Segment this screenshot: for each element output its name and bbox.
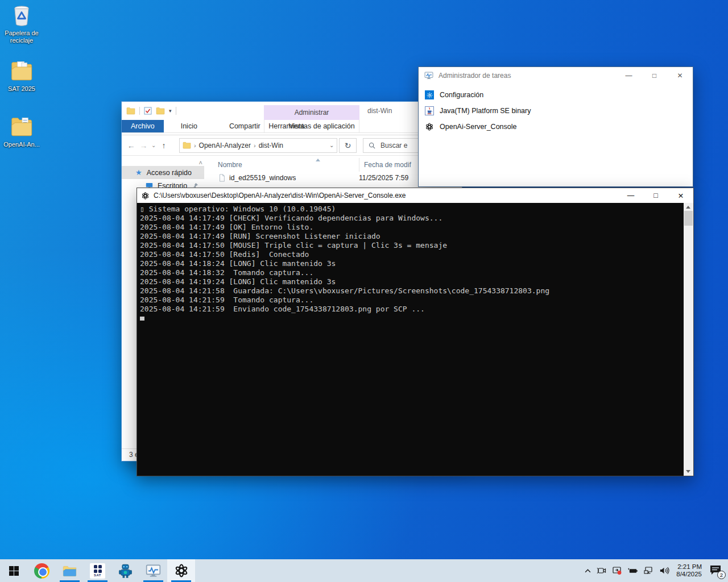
new-folder-icon[interactable] <box>156 106 165 115</box>
tab-archivo[interactable]: Archivo <box>122 120 164 132</box>
screen-recording-tray-icon[interactable] <box>612 566 622 576</box>
console-line: 2025-08-04 14:21:59 Enviando code_175433… <box>140 305 684 314</box>
tab-inicio[interactable]: Inicio <box>172 120 206 132</box>
console-line: 2025-08-04 14:17:49 [CHECK] Verificando … <box>140 214 684 223</box>
breadcrumb-openai-analyzer[interactable]: OpenAI-Analyzer <box>199 142 251 149</box>
desktop-icon-sat-2025[interactable]: SAT 2025 <box>0 58 43 93</box>
up-button[interactable]: ↑ <box>158 141 170 150</box>
scroll-down-icon[interactable] <box>686 470 690 473</box>
quick-access-star-icon: ★ <box>135 168 142 177</box>
task-name: Configuración <box>440 91 483 99</box>
desktop-icon-label: Papelera de reciclaje <box>0 30 43 44</box>
desktop-icon-label: SAT 2025 <box>0 85 43 93</box>
console-output: ▯ Sistema operativo: Windows 10 (10.0.19… <box>137 203 684 476</box>
task-row-openai-server-console[interactable]: OpenAi-Server_Console <box>419 119 693 135</box>
sidebar-item-acceso-rapido[interactable]: ★ Acceso rápido <box>122 166 204 179</box>
address-dropdown-icon[interactable]: ⌄ <box>329 142 334 148</box>
console-scrollbar[interactable] <box>684 203 693 476</box>
sort-ascending-icon <box>316 159 320 161</box>
file-modified-date: 11/25/2025 7:59 <box>359 174 408 182</box>
console-titlebar[interactable]: C:\Users\vboxuser\Desktop\OpenAI-Analyze… <box>137 188 693 203</box>
column-header-fecha[interactable]: Fecha de modif <box>359 158 411 172</box>
console-line: 2025-08-04 14:21:59 Tomando captura... <box>140 296 684 305</box>
desktop-icon-recycle-bin[interactable]: Papelera de reciclaje <box>0 2 43 44</box>
breadcrumb-dist-win[interactable]: dist-Win <box>259 142 283 149</box>
explorer-window-title: dist-Win <box>367 107 392 115</box>
refresh-button[interactable]: ↻ <box>339 138 357 153</box>
taskbar-sat-button[interactable]: SAT <box>84 559 111 582</box>
breadcrumb-separator-icon: › <box>254 142 256 149</box>
folder-icon <box>126 106 135 115</box>
task-manager-icon <box>424 71 433 80</box>
console-line: 2025-08-04 14:18:32 Tomando captura... <box>140 268 684 277</box>
tab-herramientas-de-aplicacion[interactable]: Herramientas de aplicación <box>264 120 359 132</box>
back-button[interactable]: ← <box>125 141 138 150</box>
maximize-button[interactable]: □ <box>643 188 668 203</box>
clock-time: 2:21 PM <box>676 563 702 571</box>
taskbar-clock[interactable]: 2:21 PM 8/4/2025 <box>676 563 702 578</box>
notification-count-badge: 2 <box>717 571 726 579</box>
notification-center-button[interactable]: 2 <box>709 563 723 578</box>
task-manager-window: Administrador de tareas — □ ✕ Configurac… <box>418 66 693 187</box>
start-button[interactable] <box>0 559 28 582</box>
taskbar-task-manager-button[interactable] <box>139 559 167 582</box>
recycle-bin-icon <box>9 2 35 28</box>
task-row-java[interactable]: Java(TM) Platform SE binary <box>419 103 693 119</box>
desktop-icon-label: OpenAI-An... <box>0 141 43 148</box>
taskbar-openai-console-button[interactable] <box>167 559 195 582</box>
java-icon <box>425 106 434 115</box>
console-line: 2025-08-04 14:17:50 [MOUSE] Triple clic … <box>140 241 684 250</box>
chrome-icon <box>34 563 49 579</box>
robot-icon <box>118 563 133 579</box>
task-name: OpenAi-Server_Console <box>440 123 517 131</box>
search-icon <box>369 142 375 149</box>
console-line: 2025-08-04 14:17:49 [RUN] Screenshot Lis… <box>140 232 684 241</box>
taskbar-robot-app-button[interactable] <box>111 559 139 582</box>
minimize-button[interactable]: — <box>618 188 643 203</box>
desktop-icon-openai-analyzer[interactable]: OpenAI-An... <box>0 114 43 148</box>
system-tray: 2:21 PM 8/4/2025 2 <box>584 563 728 578</box>
divider <box>176 107 176 115</box>
maximize-button[interactable]: □ <box>642 67 667 84</box>
openai-icon <box>425 122 434 131</box>
close-button[interactable]: ✕ <box>668 188 693 203</box>
openai-icon <box>141 192 150 200</box>
qat-customize-dropdown-icon[interactable]: ▾ <box>169 108 172 114</box>
tab-compartir[interactable]: Compartir <box>220 120 270 132</box>
scrollbar-thumb[interactable] <box>684 211 693 226</box>
console-line: 2025-08-04 14:18:24 [LONG] Clic mantenid… <box>140 259 684 268</box>
task-manager-titlebar[interactable]: Administrador de tareas — □ ✕ <box>419 67 693 84</box>
settings-gear-icon <box>425 90 434 99</box>
console-line: 2025-08-04 14:21:58 Guardada: C:\Users\v… <box>140 286 684 296</box>
minimize-button[interactable]: — <box>616 67 642 84</box>
battery-tray-icon[interactable] <box>627 566 638 576</box>
console-line: ▯ Sistema operativo: Windows 10 (10.0.19… <box>140 205 684 214</box>
close-button[interactable]: ✕ <box>667 67 693 84</box>
scroll-up-icon[interactable] <box>686 206 690 209</box>
taskbar-chrome-button[interactable] <box>28 559 56 582</box>
explorer-titlebar[interactable]: ▾ Administrar dist-Win <box>122 102 462 120</box>
task-manager-icon <box>146 563 161 579</box>
console-line: 2025-08-04 14:17:50 [Redis] Conectado <box>140 250 684 259</box>
console-window: C:\Users\vboxuser\Desktop\OpenAI-Analyze… <box>136 188 694 476</box>
console-title: C:\Users\vboxuser\Desktop\OpenAI-Analyze… <box>154 192 406 199</box>
task-name: Java(TM) Platform SE binary <box>440 107 531 115</box>
camera-tray-icon[interactable] <box>597 566 607 576</box>
sidebar-scroll-up-icon[interactable]: ˄ <box>199 159 202 166</box>
address-bar[interactable]: › OpenAI-Analyzer › dist-Win ⌄ <box>179 138 337 153</box>
network-tray-icon[interactable] <box>643 566 653 576</box>
forward-button[interactable]: → <box>138 141 150 150</box>
column-header-nombre[interactable]: Nombre <box>204 161 359 169</box>
search-placeholder-text: Buscar e <box>380 142 407 149</box>
folder-icon <box>9 114 35 140</box>
taskbar-file-explorer-button[interactable] <box>56 559 84 582</box>
properties-checkbox-icon[interactable] <box>144 107 152 115</box>
console-line: 2025-08-04 14:17:49 [OK] Entorno listo. <box>140 223 684 232</box>
volume-tray-icon[interactable] <box>659 566 669 576</box>
task-manager-title: Administrador de tareas <box>439 72 511 80</box>
console-cursor <box>140 317 144 321</box>
recent-locations-dropdown[interactable]: ⌄ <box>150 142 158 148</box>
task-row-configuracion[interactable]: Configuración <box>419 87 693 103</box>
clock-date: 8/4/2025 <box>676 571 702 578</box>
tray-expand-chevron-icon[interactable] <box>584 567 592 575</box>
